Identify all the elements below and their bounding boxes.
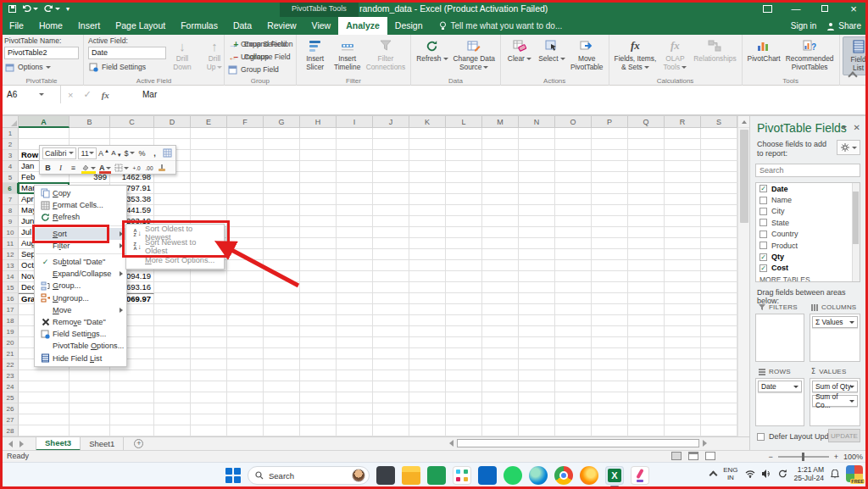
cell-q22[interactable] [628, 359, 665, 370]
cell-e15[interactable] [191, 282, 227, 293]
cell-f28[interactable] [227, 425, 264, 436]
menu-item-move[interactable]: Move [35, 304, 126, 316]
cell-a27[interactable] [19, 414, 70, 425]
menu-item-format-cells[interactable]: Format Cells... [35, 199, 126, 211]
cell-d18[interactable] [154, 315, 191, 326]
cell-j25[interactable] [373, 392, 409, 403]
cell-q13[interactable] [628, 260, 665, 271]
normal-view-button[interactable] [671, 452, 682, 460]
cell-n7[interactable] [519, 194, 555, 205]
cell-e16[interactable] [191, 293, 227, 304]
cell-d15[interactable] [154, 282, 191, 293]
field-item-name[interactable]: Name [756, 194, 860, 205]
cell-o21[interactable] [555, 348, 592, 359]
cell-o14[interactable] [555, 271, 592, 282]
select-all-corner[interactable] [3, 116, 19, 128]
cell-p11[interactable] [592, 238, 628, 249]
cell-l7[interactable] [446, 194, 482, 205]
sign-in-link[interactable]: Sign in [791, 21, 817, 31]
cell-o8[interactable] [555, 205, 592, 216]
cell-o18[interactable] [555, 315, 592, 326]
cell-r27[interactable] [665, 414, 701, 425]
cell-e25[interactable] [191, 392, 227, 403]
volume-icon[interactable] [762, 470, 771, 478]
bold-button[interactable]: B [42, 162, 53, 174]
cell-n17[interactable] [519, 304, 555, 315]
cell-q16[interactable] [628, 293, 665, 304]
zoom-level[interactable]: 100% [843, 453, 863, 461]
row-header-10[interactable]: 10 [3, 227, 19, 238]
cell-o1[interactable] [555, 128, 592, 139]
cell-h8[interactable] [300, 205, 337, 216]
cell-c28[interactable] [110, 425, 154, 436]
cell-g1[interactable] [264, 128, 300, 139]
cell-e27[interactable] [191, 414, 227, 425]
cell-p27[interactable] [592, 414, 628, 425]
cell-d23[interactable] [154, 370, 191, 381]
zoom-out-button[interactable]: − [768, 453, 772, 461]
column-header-k[interactable]: K [409, 116, 446, 128]
more-tables-link[interactable]: MORE TABLES... [756, 274, 860, 282]
area-chip-sum-of-co[interactable]: Sum of Co... [812, 395, 858, 407]
cell-g22[interactable] [264, 359, 300, 370]
cell-k22[interactable] [409, 359, 446, 370]
cell-e24[interactable] [191, 381, 227, 392]
cell-d7[interactable] [154, 194, 191, 205]
cell-i6[interactable] [337, 183, 373, 194]
cell-f14[interactable] [227, 271, 264, 282]
column-header-b[interactable]: B [70, 116, 110, 128]
cell-k5[interactable] [409, 172, 446, 183]
cell-k13[interactable] [409, 260, 446, 271]
grow-font-button[interactable]: A▲ [98, 147, 109, 159]
recorder-app-icon[interactable]: FREE [846, 465, 863, 482]
field-settings-button[interactable]: Field Settings [88, 61, 166, 73]
cell-p21[interactable] [592, 348, 628, 359]
cell-j19[interactable] [373, 326, 409, 337]
cell-n21[interactable] [519, 348, 555, 359]
slack-icon[interactable] [453, 466, 471, 485]
cell-l26[interactable] [446, 403, 482, 414]
checkbox-qty[interactable]: ✓ [760, 253, 767, 261]
cell-r14[interactable] [665, 271, 701, 282]
cancel-icon[interactable]: × [68, 90, 73, 100]
cell-p3[interactable] [592, 150, 628, 161]
cell-j6[interactable] [373, 183, 409, 194]
cell-i27[interactable] [337, 414, 373, 425]
cell-f9[interactable] [227, 216, 264, 227]
cell-r11[interactable] [665, 238, 701, 249]
cell-e20[interactable] [191, 337, 227, 348]
cell-s14[interactable] [701, 271, 737, 282]
cell-s6[interactable] [701, 183, 737, 194]
cell-e7[interactable] [191, 194, 227, 205]
cell-m1[interactable] [482, 128, 519, 139]
cell-s12[interactable] [701, 249, 737, 260]
whatsapp-icon[interactable] [504, 466, 522, 485]
cell-h27[interactable] [300, 414, 337, 425]
menu-item-ungroup[interactable]: Ungroup... [35, 292, 126, 304]
comma-style-button[interactable]: , [149, 147, 160, 159]
ribbon-button-filter-connections[interactable]: FilterConnections [364, 36, 409, 75]
customize-qat-button[interactable]: ▾ [66, 5, 70, 13]
cell-f1[interactable] [227, 128, 264, 139]
cell-h20[interactable] [300, 337, 337, 348]
horizontal-scrollbar[interactable] [449, 436, 743, 450]
cell-p17[interactable] [592, 304, 628, 315]
cell-q15[interactable] [628, 282, 665, 293]
cell-l16[interactable] [446, 293, 482, 304]
firefox-icon[interactable] [580, 466, 598, 485]
cell-k7[interactable] [409, 194, 446, 205]
cell-g3[interactable] [264, 150, 300, 161]
cell-o7[interactable] [555, 194, 592, 205]
menu-item-expand-collapse[interactable]: Expand/Collapse [35, 268, 126, 280]
cell-s15[interactable] [701, 282, 737, 293]
cell-e22[interactable] [191, 359, 227, 370]
column-header-s[interactable]: S [701, 116, 737, 128]
cell-m22[interactable] [482, 359, 519, 370]
save-button[interactable] [8, 5, 16, 13]
cell-r21[interactable] [665, 348, 701, 359]
cell-i23[interactable] [337, 370, 373, 381]
ribbon-button-relationships[interactable]: Relationships [691, 36, 738, 75]
field-search-box[interactable] [755, 164, 860, 177]
cell-h24[interactable] [300, 381, 337, 392]
cell-o17[interactable] [555, 304, 592, 315]
